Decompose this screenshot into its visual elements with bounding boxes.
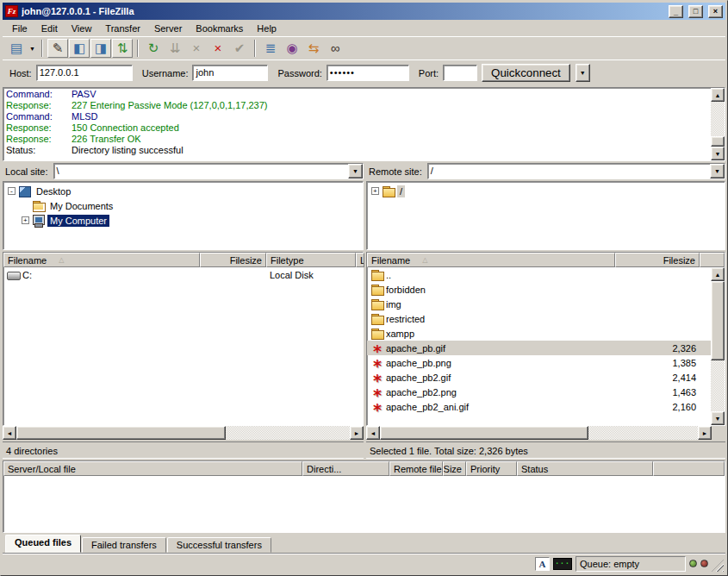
log-line: Response:227 Entering Passive Mode (127,… (6, 100, 711, 111)
toggle-message-log-icon[interactable]: ✎ (47, 39, 68, 58)
column-remote-file[interactable]: Remote file (389, 461, 443, 476)
my-documents-icon (32, 200, 46, 212)
log-line: Command:PASV (6, 89, 711, 100)
tree-item-my-computer[interactable]: + My Computer (5, 213, 363, 228)
menu-help[interactable]: Help (250, 22, 283, 35)
tab-successful-transfers[interactable]: Successful transfers (167, 537, 271, 553)
scrollbar-thumb[interactable] (711, 136, 725, 147)
column-size[interactable]: Size (443, 461, 466, 476)
menu-transfer[interactable]: Transfer (98, 22, 147, 35)
remote-site-value[interactable]: / (428, 164, 710, 178)
remote-status-text: Selected 1 file. Total size: 2,326 bytes (366, 441, 725, 459)
expand-icon[interactable]: + (371, 187, 379, 195)
scroll-right-icon[interactable]: ► (350, 426, 364, 440)
username-input[interactable]: john (192, 65, 268, 81)
column-priority[interactable]: Priority (466, 461, 517, 476)
port-input[interactable] (443, 65, 477, 81)
local-site-combo[interactable]: \ ▼ (53, 163, 364, 179)
column-status[interactable]: Status (517, 461, 653, 476)
host-input[interactable]: 127.0.0.1 (36, 65, 133, 81)
remote-row-file[interactable]: apache_pb2_ani.gif 2,160 (367, 399, 711, 414)
site-manager-icon[interactable]: ▤ (6, 39, 27, 58)
queue-tabs: Queued files Failed transfers Successful… (3, 533, 725, 553)
toggle-remote-tree-icon[interactable]: ◨ (90, 39, 111, 58)
transfer-type-indicator-icon[interactable]: A (535, 557, 550, 571)
remote-vertical-scrollbar[interactable]: ▲ ▼ (711, 267, 725, 425)
remote-row-folder[interactable]: forbidden (367, 282, 711, 297)
site-manager-dropdown-icon[interactable]: ▼ (28, 39, 37, 58)
column-filesize[interactable]: Filesize (200, 253, 266, 267)
quickconnect-button[interactable]: Quickconnect (482, 64, 570, 82)
title-bar: Fz john@127.0.0.1 - FileZilla _ □ × (3, 3, 725, 20)
find-files-icon[interactable]: ∞ (325, 39, 345, 58)
collapse-icon[interactable]: - (8, 187, 16, 195)
disconnect-icon[interactable]: × (208, 39, 228, 58)
tree-item-root[interactable]: + / (369, 184, 725, 198)
tree-item-my-documents[interactable]: My Documents (5, 198, 363, 213)
toolbar-separator (41, 40, 43, 57)
remote-horizontal-scrollbar[interactable]: ◄ ► (366, 426, 725, 440)
resize-grip[interactable] (712, 560, 724, 572)
local-site-value[interactable]: \ (54, 164, 348, 178)
refresh-icon[interactable]: ↻ (143, 39, 164, 58)
remote-row-folder[interactable]: img (367, 297, 711, 311)
tab-failed-transfers[interactable]: Failed transfers (82, 537, 166, 553)
remote-row-folder[interactable]: xampp (367, 326, 711, 341)
local-row-c-drive[interactable]: C: Local Disk (3, 267, 363, 282)
scrollbar-thumb[interactable] (380, 426, 588, 440)
column-filename[interactable]: Filename △ (3, 253, 200, 267)
toggle-transfer-queue-icon[interactable]: ⇅ (112, 39, 133, 58)
column-filename[interactable]: Filename △ (367, 253, 615, 267)
menu-bookmarks[interactable]: Bookmarks (189, 22, 250, 35)
scroll-up-icon[interactable]: ▲ (711, 267, 725, 281)
remote-row-file[interactable]: apache_pb2.gif 2,414 (367, 370, 711, 385)
filezilla-window: Fz john@127.0.0.1 - FileZilla _ □ × File… (0, 0, 728, 576)
column-direction[interactable]: Directi... (302, 461, 389, 476)
menu-server[interactable]: Server (147, 22, 189, 35)
menu-file[interactable]: File (5, 22, 34, 35)
queue-body[interactable] (3, 476, 725, 532)
directory-comparison-icon[interactable]: ≣ (260, 39, 281, 58)
log-scrollbar[interactable]: ▲ ▼ (711, 88, 725, 160)
minimize-button[interactable]: _ (669, 5, 683, 18)
remote-row-folder[interactable]: restricted (367, 311, 711, 326)
tab-queued-files[interactable]: Queued files (5, 535, 81, 553)
synchronized-browsing-icon[interactable]: ⇆ (303, 39, 324, 58)
scrollbar-thumb[interactable] (16, 426, 226, 440)
column-server-local-file[interactable]: Server/Local file (3, 461, 302, 476)
chevron-down-icon[interactable]: ▼ (348, 164, 363, 178)
scroll-down-icon[interactable]: ▼ (711, 147, 725, 160)
expand-icon[interactable]: + (22, 216, 29, 224)
transfer-queue: Server/Local file Directi... Remote file… (3, 460, 725, 533)
password-input[interactable]: •••••• (327, 65, 409, 81)
folder-icon (370, 298, 384, 310)
column-filesize[interactable]: Filesize (615, 253, 700, 267)
speed-limit-indicator-icon[interactable]: ··· (553, 558, 572, 570)
filename-filters-icon[interactable]: ◉ (282, 39, 302, 58)
remote-site-combo[interactable]: / ▼ (427, 163, 725, 179)
scroll-up-icon[interactable]: ▲ (711, 88, 725, 102)
image-file-icon (370, 401, 384, 413)
scroll-right-icon[interactable]: ► (698, 426, 712, 440)
chevron-down-icon[interactable]: ▼ (710, 164, 725, 178)
quickconnect-dropdown-icon[interactable]: ▼ (576, 64, 590, 82)
remote-row-file-selected[interactable]: apache_pb.gif 2,326 (367, 341, 711, 355)
maximize-button[interactable]: □ (688, 5, 703, 18)
toggle-local-tree-icon[interactable]: ◧ (69, 39, 90, 58)
column-filler (700, 253, 725, 267)
scroll-left-icon[interactable]: ◄ (366, 426, 380, 440)
remote-row-parent-dir[interactable]: .. (367, 267, 711, 282)
remote-row-file[interactable]: apache_pb2.png 1,463 (367, 385, 711, 399)
menu-view[interactable]: View (65, 22, 99, 35)
tree-item-desktop[interactable]: - Desktop (5, 184, 363, 198)
close-button[interactable]: × (708, 5, 723, 18)
local-horizontal-scrollbar[interactable]: ◄ ► (3, 426, 364, 440)
scroll-down-icon[interactable]: ▼ (711, 411, 725, 425)
column-filetype[interactable]: Filetype (266, 253, 356, 267)
scrollbar-thumb[interactable] (711, 281, 725, 360)
username-label: Username: (142, 68, 189, 78)
activity-led-red-icon (700, 560, 708, 567)
remote-row-file[interactable]: apache_pb.png 1,385 (367, 355, 711, 370)
menu-edit[interactable]: Edit (34, 22, 65, 35)
scroll-left-icon[interactable]: ◄ (3, 426, 16, 440)
